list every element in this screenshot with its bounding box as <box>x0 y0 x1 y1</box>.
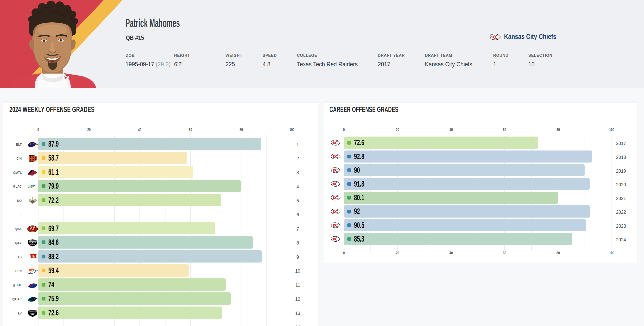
svg-text:SF: SF <box>30 227 35 231</box>
svg-text:RAIDERS: RAIDERS <box>29 310 36 312</box>
svg-text:RAIDERS: RAIDERS <box>29 240 36 242</box>
